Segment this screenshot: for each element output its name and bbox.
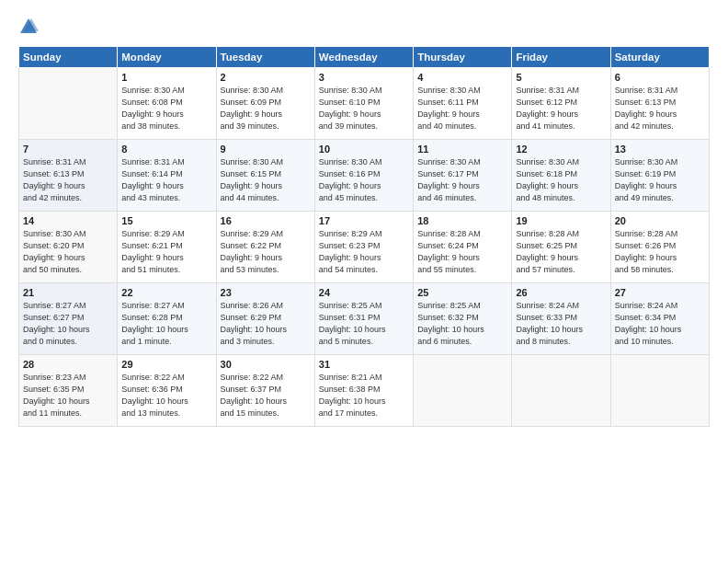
sunset-text: Sunset: 6:28 PM bbox=[121, 313, 183, 322]
daylight-text-cont: and 40 minutes. bbox=[417, 121, 476, 131]
day-info: Sunrise: 8:23 AMSunset: 6:35 PMDaylight:… bbox=[23, 372, 113, 419]
calendar-cell: 16Sunrise: 8:29 AMSunset: 6:22 PMDayligh… bbox=[216, 212, 314, 283]
daylight-text-cont: and 39 minutes. bbox=[319, 121, 378, 131]
sunset-text: Sunset: 6:15 PM bbox=[221, 169, 282, 178]
daylight-text-cont: and 3 minutes. bbox=[221, 337, 275, 346]
day-info: Sunrise: 8:22 AMSunset: 6:37 PMDaylight:… bbox=[221, 372, 311, 419]
header bbox=[18, 17, 710, 37]
calendar-cell: 17Sunrise: 8:29 AMSunset: 6:23 PMDayligh… bbox=[314, 212, 413, 283]
day-number: 12 bbox=[516, 144, 606, 155]
sunrise-text: Sunrise: 8:28 AM bbox=[417, 229, 481, 238]
daylight-text: Daylight: 9 hours bbox=[23, 181, 85, 190]
sunrise-text: Sunrise: 8:30 AM bbox=[417, 86, 481, 95]
sunrise-text: Sunrise: 8:30 AM bbox=[615, 157, 678, 167]
sunset-text: Sunset: 6:12 PM bbox=[516, 98, 577, 107]
day-info: Sunrise: 8:29 AMSunset: 6:22 PMDaylight:… bbox=[221, 228, 311, 276]
sunrise-text: Sunrise: 8:31 AM bbox=[121, 157, 185, 167]
daylight-text-cont: and 53 minutes. bbox=[221, 265, 279, 274]
calendar-week-row: 1Sunrise: 8:30 AMSunset: 6:08 PMDaylight… bbox=[19, 68, 710, 140]
day-info: Sunrise: 8:21 AMSunset: 6:38 PMDaylight:… bbox=[319, 372, 409, 419]
weekday-header: Saturday bbox=[610, 47, 709, 68]
daylight-text: Daylight: 9 hours bbox=[417, 253, 480, 262]
day-number: 22 bbox=[121, 287, 211, 298]
daylight-text-cont: and 41 minutes. bbox=[516, 121, 574, 131]
day-number: 1 bbox=[121, 72, 211, 83]
sunset-text: Sunset: 6:32 PM bbox=[417, 313, 479, 322]
sunrise-text: Sunrise: 8:24 AM bbox=[615, 301, 678, 310]
daylight-text-cont: and 43 minutes. bbox=[121, 193, 180, 202]
calendar-cell: 28Sunrise: 8:23 AMSunset: 6:35 PMDayligh… bbox=[19, 355, 118, 427]
calendar-week-row: 7Sunrise: 8:31 AMSunset: 6:13 PMDaylight… bbox=[19, 140, 710, 212]
calendar-cell: 8Sunrise: 8:31 AMSunset: 6:14 PMDaylight… bbox=[118, 140, 216, 212]
daylight-text-cont: and 44 minutes. bbox=[221, 193, 279, 202]
sunset-text: Sunset: 6:14 PM bbox=[121, 169, 183, 178]
daylight-text-cont: and 15 minutes. bbox=[221, 408, 279, 418]
day-info: Sunrise: 8:30 AMSunset: 6:08 PMDaylight:… bbox=[121, 85, 211, 132]
sunrise-text: Sunrise: 8:23 AM bbox=[23, 373, 86, 382]
sunrise-text: Sunrise: 8:21 AM bbox=[319, 373, 382, 382]
weekday-header: Tuesday bbox=[216, 47, 314, 68]
day-info: Sunrise: 8:28 AMSunset: 6:26 PMDaylight:… bbox=[615, 228, 705, 276]
sunset-text: Sunset: 6:11 PM bbox=[417, 98, 479, 107]
calendar-cell: 29Sunrise: 8:22 AMSunset: 6:36 PMDayligh… bbox=[118, 355, 216, 427]
calendar-cell: 23Sunrise: 8:26 AMSunset: 6:29 PMDayligh… bbox=[216, 283, 314, 355]
sunset-text: Sunset: 6:33 PM bbox=[516, 313, 577, 322]
sunset-text: Sunset: 6:23 PM bbox=[319, 241, 381, 250]
sunrise-text: Sunrise: 8:27 AM bbox=[23, 301, 86, 310]
day-number: 8 bbox=[121, 144, 211, 155]
day-number: 7 bbox=[23, 144, 113, 155]
sunrise-text: Sunrise: 8:31 AM bbox=[615, 86, 678, 95]
weekday-header: Thursday bbox=[414, 47, 512, 68]
page: SundayMondayTuesdayWednesdayThursdayFrid… bbox=[0, 0, 728, 563]
day-info: Sunrise: 8:30 AMSunset: 6:09 PMDaylight:… bbox=[221, 85, 311, 132]
calendar-cell: 12Sunrise: 8:30 AMSunset: 6:18 PMDayligh… bbox=[512, 140, 610, 212]
day-number: 13 bbox=[615, 144, 705, 155]
day-number: 5 bbox=[516, 72, 606, 83]
daylight-text: Daylight: 9 hours bbox=[417, 181, 480, 190]
sunset-text: Sunset: 6:08 PM bbox=[121, 98, 183, 107]
sunset-text: Sunset: 6:34 PM bbox=[615, 313, 677, 322]
calendar-cell: 1Sunrise: 8:30 AMSunset: 6:08 PMDaylight… bbox=[118, 68, 216, 140]
day-info: Sunrise: 8:30 AMSunset: 6:18 PMDaylight:… bbox=[516, 156, 606, 204]
calendar-cell: 27Sunrise: 8:24 AMSunset: 6:34 PMDayligh… bbox=[610, 283, 709, 355]
daylight-text: Daylight: 9 hours bbox=[319, 109, 381, 119]
day-number: 15 bbox=[121, 215, 211, 226]
calendar-cell: 9Sunrise: 8:30 AMSunset: 6:15 PMDaylight… bbox=[216, 140, 314, 212]
day-info: Sunrise: 8:28 AMSunset: 6:24 PMDaylight:… bbox=[417, 228, 507, 276]
calendar-week-row: 28Sunrise: 8:23 AMSunset: 6:35 PMDayligh… bbox=[19, 355, 710, 427]
sunrise-text: Sunrise: 8:30 AM bbox=[23, 229, 86, 238]
day-info: Sunrise: 8:30 AMSunset: 6:19 PMDaylight:… bbox=[615, 156, 705, 204]
sunrise-text: Sunrise: 8:31 AM bbox=[516, 86, 579, 95]
day-info: Sunrise: 8:31 AMSunset: 6:12 PMDaylight:… bbox=[516, 85, 606, 132]
sunrise-text: Sunrise: 8:31 AM bbox=[23, 157, 86, 167]
sunset-text: Sunset: 6:29 PM bbox=[221, 313, 282, 322]
calendar-cell: 14Sunrise: 8:30 AMSunset: 6:20 PMDayligh… bbox=[19, 212, 118, 283]
calendar-cell: 2Sunrise: 8:30 AMSunset: 6:09 PMDaylight… bbox=[216, 68, 314, 140]
calendar-cell: 15Sunrise: 8:29 AMSunset: 6:21 PMDayligh… bbox=[118, 212, 216, 283]
daylight-text-cont: and 0 minutes. bbox=[23, 337, 77, 346]
calendar-cell: 11Sunrise: 8:30 AMSunset: 6:17 PMDayligh… bbox=[414, 140, 512, 212]
day-number: 24 bbox=[319, 287, 409, 298]
daylight-text: Daylight: 9 hours bbox=[615, 109, 677, 119]
sunrise-text: Sunrise: 8:29 AM bbox=[319, 229, 382, 238]
day-info: Sunrise: 8:27 AMSunset: 6:28 PMDaylight:… bbox=[121, 300, 211, 348]
daylight-text: Daylight: 10 hours bbox=[23, 325, 90, 334]
sunset-text: Sunset: 6:09 PM bbox=[221, 98, 282, 107]
sunset-text: Sunset: 6:21 PM bbox=[121, 241, 183, 250]
daylight-text-cont: and 48 minutes. bbox=[516, 193, 574, 202]
day-number: 9 bbox=[221, 144, 311, 155]
sunrise-text: Sunrise: 8:22 AM bbox=[221, 373, 284, 382]
daylight-text: Daylight: 9 hours bbox=[615, 181, 677, 190]
day-number: 23 bbox=[221, 287, 311, 298]
day-info: Sunrise: 8:31 AMSunset: 6:14 PMDaylight:… bbox=[121, 156, 211, 204]
daylight-text-cont: and 45 minutes. bbox=[319, 193, 378, 202]
daylight-text: Daylight: 9 hours bbox=[121, 109, 184, 119]
calendar-cell: 24Sunrise: 8:25 AMSunset: 6:31 PMDayligh… bbox=[314, 283, 413, 355]
sunrise-text: Sunrise: 8:30 AM bbox=[221, 157, 284, 167]
logo bbox=[18, 17, 40, 37]
daylight-text: Daylight: 10 hours bbox=[516, 325, 583, 334]
calendar-week-row: 14Sunrise: 8:30 AMSunset: 6:20 PMDayligh… bbox=[19, 212, 710, 283]
daylight-text: Daylight: 9 hours bbox=[615, 253, 677, 262]
day-number: 17 bbox=[319, 215, 409, 226]
sunset-text: Sunset: 6:20 PM bbox=[23, 241, 85, 250]
